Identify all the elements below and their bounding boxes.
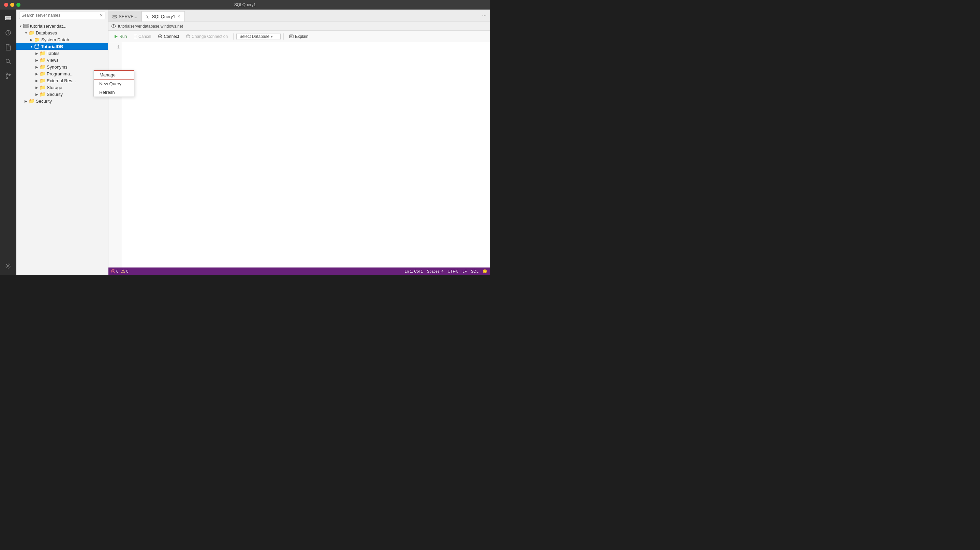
programmability-folder-icon: 📁: [40, 71, 45, 77]
views-chevron-icon: ▶: [34, 58, 40, 62]
query-tab-icon: [146, 15, 150, 19]
activity-settings[interactable]: [2, 260, 14, 272]
status-language[interactable]: SQL: [471, 269, 479, 273]
tab-connection[interactable]: SERVE...: [108, 11, 142, 21]
databases-label: Databases: [36, 30, 57, 35]
tab-sql-query[interactable]: SQLQuery1 ✕: [142, 11, 185, 21]
change-connection-label: Change Connection: [192, 34, 228, 39]
svg-point-27: [159, 36, 161, 37]
dropdown-arrow-icon: ▾: [271, 34, 273, 39]
change-connection-button[interactable]: Change Connection: [183, 33, 231, 40]
error-icon: [111, 269, 115, 273]
connect-label: Connect: [164, 34, 179, 39]
search-input[interactable]: [21, 13, 100, 18]
tree-synonyms[interactable]: ▶ 📁 Synonyms: [16, 64, 108, 70]
toolbar-divider: [233, 33, 234, 40]
line-number-1: 1: [110, 45, 120, 50]
tables-label: Tables: [47, 51, 60, 56]
context-menu-refresh[interactable]: Refresh: [94, 88, 134, 97]
svg-rect-18: [113, 17, 117, 18]
editor-content[interactable]: [122, 42, 490, 268]
connection-tab-label: SERVE...: [119, 14, 137, 19]
explain-button[interactable]: Explain: [286, 33, 311, 40]
activity-search[interactable]: [2, 55, 14, 67]
storage-folder-icon: 📁: [40, 84, 45, 90]
close-button[interactable]: [4, 3, 8, 7]
connect-icon: [158, 34, 162, 38]
databases-folder-icon: 📁: [29, 30, 35, 35]
tree-views[interactable]: ▶ 📁 Views: [16, 57, 108, 64]
tree-databases[interactable]: ▾ 📁 Databases: [16, 29, 108, 36]
tree-tutorialdb[interactable]: ▾ TutorialDB: [16, 43, 108, 50]
server-icon: [23, 23, 29, 29]
warning-count: 0: [126, 269, 128, 273]
search-clear-icon[interactable]: ✕: [100, 13, 103, 18]
run-label: Run: [119, 34, 127, 39]
warning-icon: [121, 269, 125, 273]
tables-folder-icon: 📁: [40, 51, 45, 56]
svg-point-16: [35, 45, 39, 46]
status-line-ending: LF: [462, 269, 467, 273]
minimize-button[interactable]: [10, 3, 14, 7]
activity-servers[interactable]: [2, 12, 14, 25]
toolbar: Run Cancel Connect: [108, 31, 490, 42]
programmability-label: Programma...: [47, 71, 74, 77]
connection-server-label: tutorialserver.database.windows.net: [118, 24, 183, 29]
tree-server[interactable]: ▾ tutorialserver.dat...: [16, 22, 108, 29]
activity-new-file[interactable]: [2, 41, 14, 53]
tree-system-databases[interactable]: ▶ 📁 System Datab...: [16, 36, 108, 43]
system-databases-folder-icon: 📁: [34, 37, 40, 42]
security-folder-icon: 📁: [29, 98, 35, 104]
cancel-label: Cancel: [138, 34, 151, 39]
storage-chevron-icon: ▶: [34, 86, 40, 89]
svg-rect-30: [290, 35, 293, 38]
security-inner-label: Security: [47, 92, 63, 97]
svg-rect-25: [134, 35, 137, 38]
security-inner-chevron-icon: ▶: [34, 92, 40, 96]
svg-point-2: [10, 17, 10, 18]
status-smiley-icon[interactable]: 😊: [482, 269, 487, 274]
tab-close-icon[interactable]: ✕: [177, 14, 180, 19]
svg-point-14: [27, 25, 28, 25]
select-database-dropdown[interactable]: Select Database ▾: [236, 33, 281, 40]
system-databases-chevron-icon: ▶: [29, 38, 34, 41]
svg-rect-13: [24, 26, 28, 28]
maximize-button[interactable]: [16, 3, 21, 7]
tab-query-label: SQLQuery1: [152, 14, 176, 19]
tree: ▾ tutorialserver.dat... ▾ 📁 Databases ▶ …: [16, 21, 108, 275]
tutorialdb-chevron-icon: ▾: [29, 45, 34, 48]
svg-point-5: [6, 59, 10, 63]
status-errors[interactable]: 0: [111, 269, 118, 273]
run-button[interactable]: Run: [111, 33, 130, 40]
status-bar: 0 0 Ln 1, Col 1 Spaces: 4 UTF-8 LF SQL �: [108, 268, 490, 275]
cancel-button[interactable]: Cancel: [131, 33, 154, 40]
change-connection-icon: [186, 34, 190, 38]
connection-icon: [111, 24, 116, 29]
svg-rect-12: [24, 24, 28, 26]
external-resources-folder-icon: 📁: [40, 78, 45, 83]
connection-bar: tutorialserver.database.windows.net: [108, 22, 490, 31]
synonyms-folder-icon: 📁: [40, 64, 45, 70]
status-bar-left: 0 0: [111, 269, 128, 273]
status-warnings[interactable]: 0: [121, 269, 128, 273]
tutorialdb-label: TutorialDB: [41, 44, 63, 49]
storage-label: Storage: [47, 85, 62, 90]
activity-git[interactable]: [2, 70, 14, 82]
status-encoding: UTF-8: [448, 269, 458, 273]
svg-point-11: [8, 265, 9, 267]
context-menu: Manage New Query Refresh: [94, 70, 134, 97]
server-label: tutorialserver.dat...: [30, 24, 67, 29]
activity-history[interactable]: [2, 27, 14, 39]
context-menu-new-query[interactable]: New Query: [94, 80, 134, 88]
tree-security[interactable]: ▶ 📁 Security: [16, 97, 108, 104]
tree-tables[interactable]: ▶ 📁 Tables: [16, 50, 108, 57]
toolbar-divider-2: [283, 33, 284, 40]
security-label: Security: [36, 99, 52, 104]
connect-button[interactable]: Connect: [155, 33, 182, 40]
status-position: Ln 1, Col 1: [405, 269, 423, 273]
tab-bar-more-icon[interactable]: ···: [479, 13, 490, 19]
cancel-icon: [134, 35, 137, 38]
context-menu-manage[interactable]: Manage: [94, 70, 134, 80]
svg-point-21: [113, 26, 114, 27]
titlebar: SQLQuery1: [0, 0, 490, 10]
